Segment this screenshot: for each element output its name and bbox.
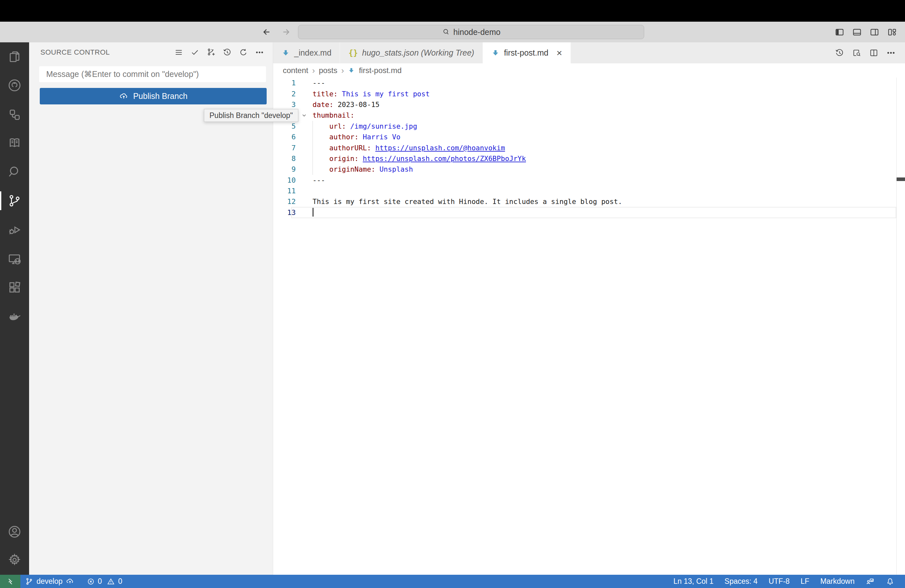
- explorer-icon[interactable]: [0, 45, 29, 68]
- line-number: 11: [273, 187, 296, 195]
- view-as-list-icon[interactable]: [174, 48, 184, 57]
- source-control-icon[interactable]: [0, 189, 29, 212]
- timeline-history-icon[interactable]: [835, 48, 845, 58]
- code-line[interactable]: 1---: [273, 78, 905, 88]
- code-line[interactable]: 13: [273, 207, 905, 218]
- hierarchy-icon[interactable]: [0, 103, 29, 126]
- code-text: ---: [313, 176, 325, 184]
- code-line[interactable]: 2title: This is my first post: [273, 88, 905, 99]
- code-line[interactable]: 4thumbnail:: [273, 110, 905, 121]
- code-line[interactable]: 5 url: /img/sunrise.jpg: [273, 121, 905, 132]
- code-segment-key: date:: [313, 100, 333, 109]
- breadcrumb-item[interactable]: posts: [319, 66, 337, 75]
- open-preview-icon[interactable]: [852, 48, 862, 58]
- extensions-icon[interactable]: [0, 276, 29, 299]
- line-number: 2: [273, 90, 296, 98]
- code-editor[interactable]: 1---2title: This is my first post3date: …: [273, 78, 905, 575]
- warning-count: 0: [118, 577, 122, 586]
- code-segment-link: https://unsplash.com/photos/ZX6BPboJrYk: [363, 154, 526, 163]
- breadcrumb-item[interactable]: content: [283, 66, 308, 75]
- workbench: SOURCE CONTROL Publish Branch: [0, 42, 905, 575]
- commit-message-input[interactable]: [39, 66, 266, 82]
- code-segment-plain: ---: [313, 79, 325, 87]
- code-line[interactable]: 6 author: Harris Vo: [273, 132, 905, 142]
- tab-label: _index.md: [294, 48, 331, 57]
- code-segment-string: This is my first post: [338, 90, 430, 98]
- remote-indicator[interactable]: [0, 575, 21, 588]
- branch-status-item[interactable]: develop: [21, 575, 78, 588]
- code-segment-key: originName:: [329, 165, 375, 173]
- feedback-icon: [865, 577, 875, 586]
- more-actions-icon[interactable]: [886, 48, 896, 58]
- toggle-primary-sidebar-icon[interactable]: [834, 27, 845, 38]
- history-icon[interactable]: [222, 48, 232, 57]
- back-icon[interactable]: [261, 27, 272, 38]
- code-segment-key: title:: [313, 90, 338, 98]
- code-line[interactable]: 3date: 2023-08-15: [273, 99, 905, 110]
- markdown-file-icon: [348, 67, 355, 74]
- json-file-icon: {}: [348, 48, 358, 57]
- code-segment-key: authorURL:: [329, 144, 371, 152]
- eol-status[interactable]: LF: [798, 575, 812, 588]
- language-mode-status[interactable]: Markdown: [818, 575, 857, 588]
- feedback-status[interactable]: [863, 575, 877, 588]
- problems-status-item[interactable]: 0 0: [83, 575, 126, 588]
- customize-layout-icon[interactable]: [887, 27, 897, 38]
- more-actions-icon[interactable]: [255, 48, 264, 57]
- code-segment-plain: [371, 144, 375, 152]
- source-control-panel: SOURCE CONTROL Publish Branch: [29, 42, 273, 575]
- indentation-status[interactable]: Spaces: 4: [722, 575, 760, 588]
- git-branch-icon: [25, 577, 33, 586]
- encoding-status[interactable]: UTF-8: [766, 575, 792, 588]
- tab-hugo-stats-json[interactable]: {} hugo_stats.json (Working Tree): [340, 42, 483, 64]
- forward-icon[interactable]: [281, 27, 292, 38]
- code-segment-ws: [313, 133, 329, 141]
- fold-chevron-icon[interactable]: [300, 112, 308, 119]
- code-text: ---: [313, 79, 325, 87]
- account-icon[interactable]: [0, 520, 29, 543]
- code-segment-ws: [313, 144, 329, 152]
- panel-title: SOURCE CONTROL: [40, 48, 110, 57]
- code-text: thumbnail:: [313, 111, 354, 119]
- line-number: 10: [273, 176, 296, 184]
- toggle-panel-icon[interactable]: [852, 27, 862, 38]
- code-line[interactable]: 7 authorURL: https://unsplash.com/@hoanv…: [273, 142, 905, 153]
- search-icon[interactable]: [0, 161, 29, 183]
- status-bar: develop 0 0 Ln 13, Col 1 Spaces: 4 UTF-8…: [0, 575, 905, 588]
- warning-icon: [106, 577, 115, 586]
- breadcrumb-item[interactable]: first-post.md: [359, 66, 402, 75]
- book-icon[interactable]: [0, 132, 29, 154]
- code-segment-string: /img/sunrise.jpg: [346, 122, 417, 130]
- code-segment-ws: [313, 165, 329, 173]
- split-editor-icon[interactable]: [869, 48, 879, 58]
- cloud-upload-icon: [119, 92, 129, 101]
- code-line[interactable]: 12This is my first site created with Hin…: [273, 196, 905, 207]
- tab-first-post-md[interactable]: first-post.md ×: [483, 42, 571, 64]
- remote-explorer-icon[interactable]: [0, 248, 29, 270]
- code-text: title: This is my first post: [313, 90, 430, 98]
- tab-index-md[interactable]: _index.md: [273, 42, 340, 64]
- run-debug-icon[interactable]: [0, 219, 29, 241]
- commit-check-icon[interactable]: [190, 48, 200, 57]
- line-col-status[interactable]: Ln 13, Col 1: [671, 575, 716, 588]
- command-center[interactable]: hinode-demo: [298, 25, 644, 39]
- docker-icon[interactable]: [0, 305, 29, 327]
- close-tab-icon[interactable]: ×: [557, 48, 562, 58]
- notifications-status[interactable]: [883, 575, 897, 588]
- toggle-secondary-sidebar-icon[interactable]: [869, 27, 880, 38]
- publish-branch-button[interactable]: Publish Branch: [40, 88, 267, 105]
- code-segment-key: thumbnail:: [313, 111, 354, 119]
- code-line[interactable]: 10---: [273, 175, 905, 186]
- code-lines: 1---2title: This is my first post3date: …: [273, 78, 905, 218]
- code-line[interactable]: 8 origin: https://unsplash.com/photos/ZX…: [273, 153, 905, 164]
- settings-gear-icon[interactable]: [0, 548, 29, 571]
- branch-name: develop: [37, 577, 63, 586]
- refresh-icon[interactable]: [238, 48, 248, 57]
- code-line[interactable]: 11: [273, 186, 905, 196]
- publish-cloud-icon: [66, 577, 75, 586]
- code-segment-key: origin:: [329, 154, 359, 163]
- github-icon[interactable]: [0, 74, 29, 97]
- line-number: 5: [273, 122, 296, 130]
- create-branch-icon[interactable]: [206, 48, 216, 57]
- code-line[interactable]: 9 originName: Unsplash: [273, 164, 905, 175]
